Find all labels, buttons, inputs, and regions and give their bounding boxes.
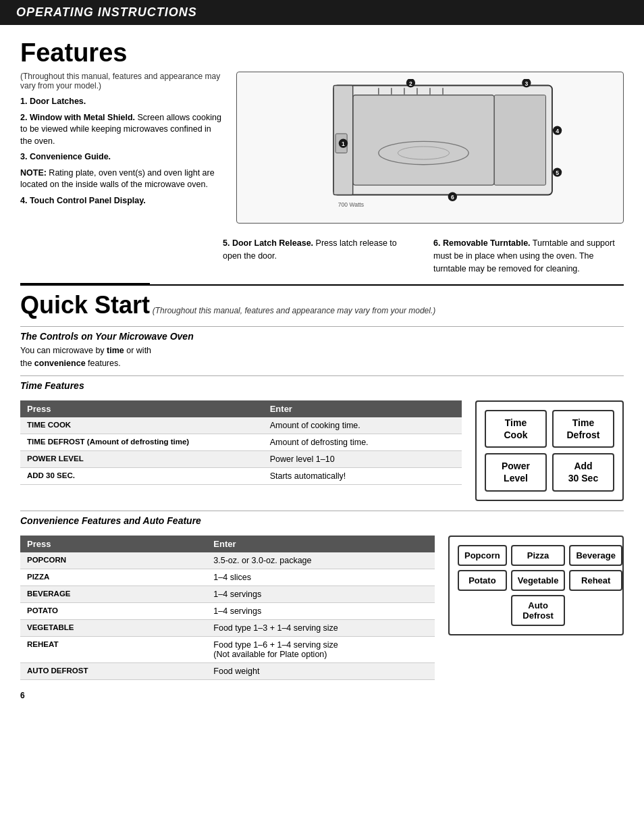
feature-1-num: 1. xyxy=(20,97,30,106)
conv-button[interactable]: Vegetable xyxy=(511,570,566,591)
svg-text:4: 4 xyxy=(556,128,559,134)
enter-cell: Amount of defrosting time. xyxy=(263,434,462,450)
feature-4-num: 4. xyxy=(20,196,30,205)
svg-text:6: 6 xyxy=(451,194,454,201)
conv-button[interactable]: Auto Defrost xyxy=(511,595,566,626)
svg-text:700 Watts: 700 Watts xyxy=(338,201,364,208)
page-number: 6 xyxy=(20,691,624,700)
controls-desc: You can microwave by time or with the co… xyxy=(20,344,624,370)
enter-cell: Power level 1–10 xyxy=(263,450,462,467)
conv-table-header-row: Press Enter xyxy=(20,536,435,552)
svg-text:2: 2 xyxy=(409,80,412,87)
feature-2-num: 2. xyxy=(20,113,30,122)
features-title: Features xyxy=(20,38,624,68)
time-button-grid: Time CookTime DefrostPower LevelAdd 30 S… xyxy=(485,410,614,492)
feature-4-label: Touch Control Panel Display. xyxy=(30,196,146,205)
press-cell: POPCORN xyxy=(20,552,207,569)
time-features-tbody: TIME COOKAmount of cooking time.TIME DEF… xyxy=(20,417,462,485)
feature-item-4: 4. Touch Control Panel Display. xyxy=(20,195,223,207)
press-cell: PIZZA xyxy=(20,569,207,585)
features-below: 5. Door Latch Release. Press latch relea… xyxy=(20,237,624,275)
conv-col-press: Press xyxy=(20,536,207,552)
conv-button[interactable]: Potato xyxy=(458,570,507,591)
time-col-press: Press xyxy=(20,400,263,417)
feature-note: NOTE: Rating plate, oven vent(s) and ove… xyxy=(20,167,223,191)
press-cell: POTATO xyxy=(20,602,207,619)
features-intro: (Throughout this manual, features and ap… xyxy=(20,72,223,90)
quick-start-section: Quick Start (Throughout this manual, fea… xyxy=(20,284,624,319)
conv-button-grid: PopcornPizzaBeveragePotatoVegetableRehea… xyxy=(458,545,614,626)
controls-divider xyxy=(20,326,624,327)
conv-features-layout: Press Enter POPCORN3.5-oz. or 3.0-oz. pa… xyxy=(20,536,624,680)
press-cell: VEGETABLE xyxy=(20,619,207,636)
table-row: REHEATFood type 1–6 + 1–4 serving size (… xyxy=(20,636,435,662)
feature-5-label: 5. Door Latch Release. xyxy=(223,238,313,248)
controls-desc-line1: You can microwave by time or with xyxy=(20,346,151,355)
feature-1-label: Door Latches. xyxy=(30,97,86,106)
press-cell: POWER LEVEL xyxy=(20,450,263,467)
table-row: POPCORN3.5-oz. or 3.0-oz. package xyxy=(20,552,435,569)
feature-3-label: Convenience Guide. xyxy=(30,152,111,161)
time-table-header-row: Press Enter xyxy=(20,400,462,417)
time-button-panel: Time CookTime DefrostPower LevelAdd 30 S… xyxy=(475,400,624,501)
feature-6-label: 6. Removable Turntable. xyxy=(433,238,531,248)
conv-button[interactable]: Popcorn xyxy=(458,545,507,566)
press-cell: BEVERAGE xyxy=(20,585,207,602)
table-row: VEGETABLEFood type 1–3 + 1–4 serving siz… xyxy=(20,619,435,636)
conv-button-panel: PopcornPizzaBeveragePotatoVegetableRehea… xyxy=(448,536,624,635)
time-features-table: Press Enter TIME COOKAmount of cooking t… xyxy=(20,400,462,485)
quick-start-title: Quick Start xyxy=(20,283,150,319)
time-features-layout: Press Enter TIME COOKAmount of cooking t… xyxy=(20,400,624,501)
table-row: BEVERAGE1–4 servings xyxy=(20,585,435,602)
time-features-label: Time Features xyxy=(20,375,624,391)
conv-col-enter: Enter xyxy=(207,536,435,552)
features-layout: (Throughout this manual, features and ap… xyxy=(20,72,624,224)
svg-text:5: 5 xyxy=(556,170,559,176)
enter-cell: Food type 1–3 + 1–4 serving size xyxy=(207,619,435,636)
svg-text:3: 3 xyxy=(525,80,528,87)
press-cell: AUTO DEFROST xyxy=(20,662,207,679)
feature-item-3: 3. Convenience Guide. xyxy=(20,151,223,163)
header-bar: OPERATING INSTRUCTIONS xyxy=(0,0,644,25)
conv-button[interactable]: Pizza xyxy=(511,545,566,566)
enter-cell: 1–4 slices xyxy=(207,569,435,585)
press-cell: REHEAT xyxy=(20,636,207,662)
table-row: TIME DEFROST (Amount of defrosting time)… xyxy=(20,434,462,450)
convenience-bold: convenience xyxy=(34,359,86,368)
enter-cell: Amount of cooking time. xyxy=(263,417,462,434)
time-button[interactable]: Add 30 Sec xyxy=(552,453,614,491)
table-row: POTATO1–4 servings xyxy=(20,602,435,619)
time-button[interactable]: Power Level xyxy=(485,453,547,491)
enter-cell: 1–4 servings xyxy=(207,585,435,602)
feature-item-1: 1. Door Latches. xyxy=(20,96,223,108)
microwave-diagram: 1 2 3 4 5 6 700 Watts xyxy=(236,72,624,224)
feature-note-desc: Rating plate, oven vent(s) and oven ligh… xyxy=(20,168,215,190)
time-col-enter: Enter xyxy=(263,400,462,417)
feature-2-label: Window with Metal Shield. xyxy=(30,113,135,122)
conv-features-label: Convenience Features and Auto Feature xyxy=(20,511,624,526)
svg-rect-6 xyxy=(494,95,545,185)
table-row: AUTO DEFROSTFood weight xyxy=(20,662,435,679)
table-row: PIZZA1–4 slices xyxy=(20,569,435,585)
controls-heading: The Controls on Your Microwave Oven xyxy=(20,331,624,342)
feature-item-6: 6. Removable Turntable. Turntable and su… xyxy=(433,237,624,275)
feature-3-num: 3. xyxy=(20,152,30,161)
conv-button[interactable]: Beverage xyxy=(569,545,622,566)
time-bold: time xyxy=(107,346,124,355)
time-table-head: Press Enter xyxy=(20,400,462,417)
enter-cell: 3.5-oz. or 3.0-oz. package xyxy=(207,552,435,569)
feature-note-label: NOTE: xyxy=(20,168,47,178)
enter-cell: Food weight xyxy=(207,662,435,679)
conv-features-tbody: POPCORN3.5-oz. or 3.0-oz. packagePIZZA1–… xyxy=(20,552,435,680)
feature-item-5: 5. Door Latch Release. Press latch relea… xyxy=(223,237,413,275)
enter-cell: 1–4 servings xyxy=(207,602,435,619)
time-button[interactable]: Time Cook xyxy=(485,410,547,448)
controls-desc-line2: the convenience features. xyxy=(20,359,121,368)
time-button[interactable]: Time Defrost xyxy=(552,410,614,448)
conv-features-table: Press Enter POPCORN3.5-oz. or 3.0-oz. pa… xyxy=(20,536,435,680)
feature-item-2: 2. Window with Metal Shield. Screen allo… xyxy=(20,112,223,148)
diagram-svg: 1 2 3 4 5 6 700 Watts xyxy=(244,79,616,214)
table-row: POWER LEVELPower level 1–10 xyxy=(20,450,462,467)
quick-start-subtitle: (Throughout this manual, features and ap… xyxy=(153,306,436,315)
conv-button[interactable]: Reheat xyxy=(569,570,622,591)
